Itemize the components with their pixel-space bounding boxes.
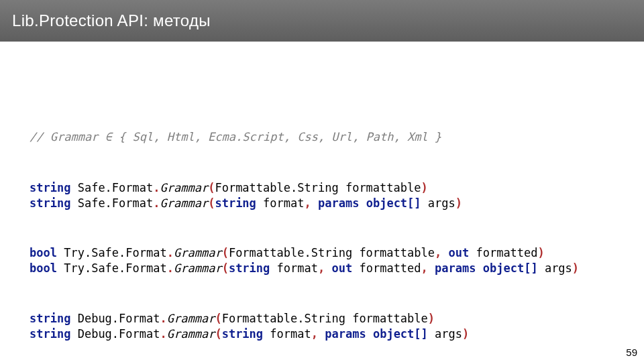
lparen: ( [215, 312, 221, 325]
dot: . [153, 181, 160, 194]
trysafeformat-name: Try.Safe.Format [64, 261, 167, 275]
dot: . [167, 246, 174, 259]
kw-out: out [331, 261, 352, 275]
debugformat-block: string Debug.Format.Grammar(Formattable.… [30, 311, 614, 342]
kw-params: params [325, 327, 366, 341]
slide-header: Lib.Protection API: методы [0, 0, 644, 42]
kw-object-arr: object[] [366, 196, 421, 210]
kw-params: params [318, 196, 359, 210]
grammar-ident: Grammar [160, 196, 209, 210]
code-block: // Grammar ∈ { Sql, Html, Ecma.Script, C… [0, 42, 644, 357]
kw-bool: bool [30, 261, 57, 275]
kw-string: string [30, 181, 70, 194]
debugformat-name: Debug.Format [78, 327, 160, 341]
grammar-ident: Grammar [174, 246, 222, 259]
grammar-ident: Grammar [167, 327, 215, 341]
kw-string: string [30, 327, 70, 341]
param-args: args [435, 327, 462, 341]
grammar-comment: // Grammar ∈ { Sql, Html, Ecma.Script, C… [30, 130, 441, 143]
type-formattablestring: Formattable.String [222, 312, 345, 325]
type-formattablestring: Formattable.String [229, 246, 352, 259]
lparen: ( [215, 327, 221, 341]
lparen: ( [208, 181, 215, 194]
lparen: ( [222, 261, 229, 275]
grammar-ident: Grammar [174, 261, 222, 275]
param-args: args [545, 261, 572, 275]
kw-string: string [222, 327, 263, 341]
param-formatted: formatted [359, 261, 421, 275]
debugformat-name: Debug.Format [78, 312, 160, 325]
kw-bool: bool [30, 246, 57, 259]
dot: . [160, 312, 167, 325]
rparen: ) [455, 196, 462, 210]
param-format: format [270, 327, 311, 341]
grammar-ident: Grammar [160, 181, 209, 194]
param-formattable: formattable [352, 312, 428, 325]
param-formatted: formatted [476, 246, 537, 259]
param-formattable: formattable [359, 246, 435, 259]
dot: . [167, 261, 174, 275]
rparen: ) [572, 261, 579, 275]
kw-object-arr: object[] [373, 327, 428, 341]
param-formattable: formattable [345, 181, 421, 194]
kw-out: out [448, 246, 469, 259]
comma: , [435, 246, 441, 259]
safeformat-block: string Safe.Format.Grammar(Formattable.S… [30, 180, 614, 211]
type-formattablestring: Formattable.String [215, 181, 338, 194]
comma: , [421, 261, 428, 275]
kw-string: string [229, 261, 270, 275]
comma: , [305, 196, 311, 210]
kw-string: string [215, 196, 256, 210]
safeformat-name: Safe.Format [78, 196, 154, 210]
code-comment-line: // Grammar ∈ { Sql, Html, Ecma.Script, C… [30, 129, 614, 145]
comma: , [311, 327, 318, 341]
dot: . [160, 327, 167, 341]
lparen: ( [222, 246, 229, 259]
rparen: ) [428, 312, 435, 325]
comma: , [318, 261, 325, 275]
lparen: ( [208, 196, 215, 210]
dot: . [153, 196, 160, 210]
param-args: args [428, 196, 455, 210]
trysafeformat-block: bool Try.Safe.Format.Grammar(Formattable… [30, 245, 614, 276]
rparen: ) [538, 246, 545, 259]
kw-object-arr: object[] [483, 261, 538, 275]
kw-string: string [30, 196, 70, 210]
param-format: format [263, 196, 304, 210]
trysafeformat-name: Try.Safe.Format [64, 246, 167, 259]
rparen: ) [421, 181, 428, 194]
grammar-ident: Grammar [167, 312, 215, 325]
rparen: ) [462, 327, 469, 341]
kw-string: string [30, 312, 70, 325]
slide-title: Lib.Protection API: методы [12, 11, 211, 30]
kw-params: params [435, 261, 476, 275]
slide-number: 59 [626, 347, 637, 358]
param-format: format [277, 261, 318, 275]
safeformat-name: Safe.Format [78, 181, 154, 194]
